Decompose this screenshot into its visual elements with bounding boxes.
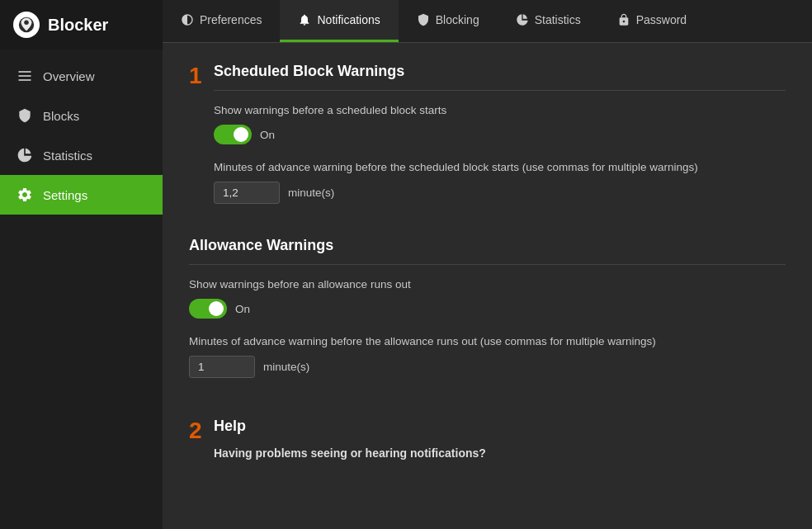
advance-warning-allowance-label: Minutes of advance warning before the al…	[189, 335, 786, 347]
show-warnings-scheduled-row: Show warnings before a scheduled block s…	[214, 104, 786, 144]
toggle-scheduled-label: On	[260, 129, 275, 141]
toggle-track-allowance	[189, 299, 227, 319]
svg-rect-4	[19, 79, 31, 81]
sidebar-item-overview[interactable]: Overview	[0, 56, 163, 96]
logo-icon	[13, 12, 40, 38]
toggle-thumb-allowance	[209, 301, 224, 316]
tab-password[interactable]: Password	[599, 0, 705, 42]
sidebar: Blocker Overview Blocks Statistics	[0, 0, 163, 529]
advance-warning-scheduled-row: Minutes of advance warning before the sc…	[214, 161, 786, 204]
content-area: 1 Scheduled Block Warnings Show warnings…	[163, 43, 812, 529]
toggle-thumb	[234, 127, 248, 142]
svg-point-1	[24, 21, 29, 26]
svg-rect-3	[19, 75, 31, 77]
tab-statistics-label: Statistics	[535, 13, 581, 26]
pie-icon	[17, 147, 33, 163]
toggle-allowance[interactable]	[189, 299, 227, 319]
gear-icon	[17, 187, 33, 203]
advance-warning-scheduled-label: Minutes of advance warning before the sc…	[214, 161, 786, 173]
shield-icon	[17, 107, 33, 124]
sidebar-nav: Overview Blocks Statistics Settings	[0, 56, 163, 215]
sidebar-item-label: Blocks	[43, 109, 79, 123]
tab-statistics[interactable]: Statistics	[498, 0, 599, 42]
app-logo: Blocker	[0, 0, 163, 50]
toggle-track	[214, 125, 252, 144]
svg-rect-2	[19, 71, 31, 73]
tab-notifications[interactable]: Notifications	[280, 0, 398, 42]
section-number-1-container: 1	[189, 63, 214, 220]
advance-warning-allowance-input-row: minute(s)	[189, 356, 786, 378]
tab-notifications-label: Notifications	[317, 13, 380, 26]
sidebar-item-statistics[interactable]: Statistics	[0, 135, 163, 175]
allowance-warnings-section: Allowance Warnings Show warnings before …	[163, 220, 812, 401]
sidebar-item-label: Settings	[43, 188, 87, 202]
pie-tab-icon	[516, 13, 529, 26]
advance-warning-scheduled-input[interactable]	[214, 182, 280, 204]
section1-content: Scheduled Block Warnings Show warnings b…	[214, 63, 786, 220]
sidebar-item-blocks[interactable]: Blocks	[0, 96, 163, 135]
help-number-container: 2	[189, 418, 214, 442]
menu-icon	[17, 68, 33, 84]
bell-icon	[298, 13, 311, 26]
help-section-number: 2	[189, 418, 202, 443]
section1-header-row: 1 Scheduled Block Warnings Show warnings…	[163, 43, 812, 220]
toggle-row-allowance: On	[189, 299, 786, 319]
show-warnings-scheduled-label: Show warnings before a scheduled block s…	[214, 104, 786, 116]
tab-preferences[interactable]: Preferences	[163, 0, 280, 42]
help-title: Help	[214, 418, 486, 435]
show-warnings-allowance-label: Show warnings before an allowance runs o…	[189, 278, 786, 290]
tab-preferences-label: Preferences	[200, 13, 262, 26]
half-circle-icon	[181, 13, 194, 26]
shield-tab-icon	[417, 13, 430, 26]
toggle-allowance-label: On	[235, 303, 250, 315]
app-title: Blocker	[48, 16, 108, 35]
advance-warning-scheduled-input-row: minute(s)	[214, 182, 786, 204]
scheduled-block-warnings-title: Scheduled Block Warnings	[214, 63, 786, 91]
help-section: 2 Help Having problems seeing or hearing…	[163, 401, 812, 460]
help-subtext: Having problems seeing or hearing notifi…	[214, 446, 486, 460]
tab-bar: Preferences Notifications Blocking Stati…	[163, 0, 812, 43]
toggle-scheduled[interactable]	[214, 125, 252, 144]
show-warnings-allowance-row: Show warnings before an allowance runs o…	[189, 278, 786, 319]
sidebar-item-settings[interactable]: Settings	[0, 175, 163, 215]
toggle-row-scheduled: On	[214, 125, 786, 144]
advance-warning-allowance-input[interactable]	[189, 356, 255, 378]
advance-warning-allowance-row: Minutes of advance warning before the al…	[189, 335, 786, 378]
sidebar-item-label: Overview	[43, 69, 95, 83]
advance-warning-scheduled-unit: minute(s)	[288, 187, 334, 199]
main-area: Preferences Notifications Blocking Stati…	[163, 0, 812, 529]
section-number-1: 1	[189, 64, 202, 87]
advance-warning-allowance-unit: minute(s)	[263, 361, 309, 373]
tab-blocking-label: Blocking	[436, 13, 479, 26]
help-content: Help Having problems seeing or hearing n…	[214, 418, 486, 460]
allowance-warnings-title: Allowance Warnings	[189, 237, 786, 265]
tab-password-label: Password	[636, 13, 687, 26]
sidebar-item-label: Statistics	[43, 149, 92, 163]
tab-blocking[interactable]: Blocking	[399, 0, 498, 42]
lock-icon	[617, 13, 630, 26]
